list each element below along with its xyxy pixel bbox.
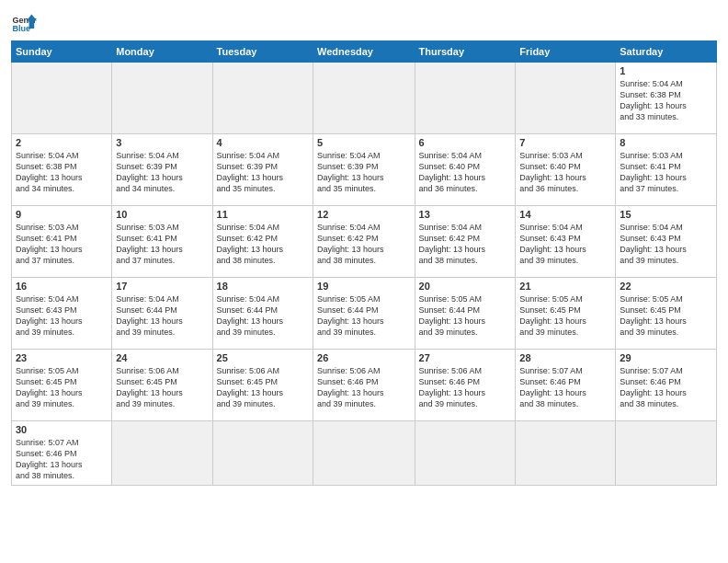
day-number: 20	[419, 281, 512, 292]
calendar-cell: 16Sunrise: 5:04 AMSunset: 6:43 PMDayligh…	[12, 278, 112, 350]
day-number: 25	[217, 352, 309, 363]
calendar-cell: 15Sunrise: 5:04 AMSunset: 6:43 PMDayligh…	[616, 206, 717, 278]
day-info: Sunrise: 5:04 AMSunset: 6:40 PMDaylight:…	[419, 150, 512, 195]
weekday-header-tuesday: Tuesday	[212, 41, 313, 63]
day-info: Sunrise: 5:04 AMSunset: 6:44 PMDaylight:…	[116, 293, 208, 339]
calendar-cell: 1Sunrise: 5:04 AMSunset: 6:38 PMDaylight…	[616, 63, 717, 134]
day-info: Sunrise: 5:04 AMSunset: 6:42 PMDaylight:…	[217, 222, 309, 267]
day-number: 23	[16, 352, 108, 363]
svg-text:Blue: Blue	[12, 24, 30, 33]
day-info: Sunrise: 5:06 AMSunset: 6:46 PMDaylight:…	[317, 365, 410, 410]
calendar-week-row: 16Sunrise: 5:04 AMSunset: 6:43 PMDayligh…	[12, 278, 717, 350]
calendar-cell: 26Sunrise: 5:06 AMSunset: 6:46 PMDayligh…	[313, 350, 415, 421]
day-info: Sunrise: 5:04 AMSunset: 6:39 PMDaylight:…	[116, 150, 208, 195]
day-info: Sunrise: 5:04 AMSunset: 6:38 PMDaylight:…	[620, 78, 712, 123]
day-info: Sunrise: 5:05 AMSunset: 6:44 PMDaylight:…	[419, 293, 512, 339]
day-number: 1	[620, 65, 712, 76]
weekday-header-thursday: Thursday	[415, 41, 516, 63]
day-number: 10	[116, 209, 208, 220]
day-number: 4	[217, 137, 309, 148]
weekday-header-wednesday: Wednesday	[313, 41, 415, 63]
calendar-cell: 10Sunrise: 5:03 AMSunset: 6:41 PMDayligh…	[112, 206, 212, 278]
calendar-cell: 8Sunrise: 5:03 AMSunset: 6:41 PMDaylight…	[616, 134, 717, 206]
calendar-week-row: 30Sunrise: 5:07 AMSunset: 6:46 PMDayligh…	[12, 421, 717, 486]
calendar-cell: 5Sunrise: 5:04 AMSunset: 6:39 PMDaylight…	[313, 134, 415, 206]
day-number: 13	[419, 209, 512, 220]
day-info: Sunrise: 5:06 AMSunset: 6:45 PMDaylight:…	[217, 365, 309, 410]
calendar-cell	[313, 421, 415, 486]
day-number: 17	[116, 281, 208, 292]
calendar-cell	[212, 63, 313, 134]
day-number: 8	[620, 137, 712, 148]
day-number: 11	[217, 209, 309, 220]
day-info: Sunrise: 5:03 AMSunset: 6:40 PMDaylight:…	[519, 150, 611, 195]
day-number: 19	[317, 281, 410, 292]
day-info: Sunrise: 5:04 AMSunset: 6:42 PMDaylight:…	[419, 222, 512, 267]
header: General Blue	[11, 9, 717, 35]
calendar-cell: 27Sunrise: 5:06 AMSunset: 6:46 PMDayligh…	[415, 350, 516, 421]
day-number: 27	[419, 352, 512, 363]
day-info: Sunrise: 5:05 AMSunset: 6:45 PMDaylight:…	[620, 293, 712, 339]
day-number: 5	[317, 137, 410, 148]
day-info: Sunrise: 5:04 AMSunset: 6:39 PMDaylight:…	[317, 150, 410, 195]
calendar-cell: 24Sunrise: 5:06 AMSunset: 6:45 PMDayligh…	[112, 350, 212, 421]
weekday-header-sunday: Sunday	[12, 41, 112, 63]
day-info: Sunrise: 5:04 AMSunset: 6:43 PMDaylight:…	[519, 222, 611, 267]
day-info: Sunrise: 5:05 AMSunset: 6:45 PMDaylight:…	[16, 365, 108, 410]
day-info: Sunrise: 5:04 AMSunset: 6:42 PMDaylight:…	[317, 222, 410, 267]
calendar-cell	[415, 63, 516, 134]
calendar-cell: 22Sunrise: 5:05 AMSunset: 6:45 PMDayligh…	[616, 278, 717, 350]
calendar-cell: 14Sunrise: 5:04 AMSunset: 6:43 PMDayligh…	[516, 206, 616, 278]
calendar-cell: 20Sunrise: 5:05 AMSunset: 6:44 PMDayligh…	[415, 278, 516, 350]
calendar-cell: 21Sunrise: 5:05 AMSunset: 6:45 PMDayligh…	[516, 278, 616, 350]
calendar-cell	[12, 63, 112, 134]
calendar-cell	[516, 63, 616, 134]
day-number: 14	[519, 209, 611, 220]
weekday-header-monday: Monday	[112, 41, 212, 63]
day-info: Sunrise: 5:04 AMSunset: 6:39 PMDaylight:…	[217, 150, 309, 195]
calendar-cell: 29Sunrise: 5:07 AMSunset: 6:46 PMDayligh…	[616, 350, 717, 421]
day-number: 30	[16, 424, 108, 435]
calendar-cell: 18Sunrise: 5:04 AMSunset: 6:44 PMDayligh…	[212, 278, 313, 350]
day-info: Sunrise: 5:06 AMSunset: 6:45 PMDaylight:…	[116, 365, 208, 410]
calendar-cell: 11Sunrise: 5:04 AMSunset: 6:42 PMDayligh…	[212, 206, 313, 278]
calendar-cell	[212, 421, 313, 486]
day-number: 26	[317, 352, 410, 363]
day-info: Sunrise: 5:04 AMSunset: 6:43 PMDaylight:…	[16, 293, 108, 339]
day-info: Sunrise: 5:05 AMSunset: 6:45 PMDaylight:…	[519, 293, 611, 339]
calendar-cell: 13Sunrise: 5:04 AMSunset: 6:42 PMDayligh…	[415, 206, 516, 278]
calendar-week-row: 2Sunrise: 5:04 AMSunset: 6:38 PMDaylight…	[12, 134, 717, 206]
day-number: 16	[16, 281, 108, 292]
day-info: Sunrise: 5:04 AMSunset: 6:38 PMDaylight:…	[16, 150, 108, 195]
calendar-cell: 7Sunrise: 5:03 AMSunset: 6:40 PMDaylight…	[516, 134, 616, 206]
calendar-cell	[516, 421, 616, 486]
weekday-header-saturday: Saturday	[616, 41, 717, 63]
calendar-cell: 25Sunrise: 5:06 AMSunset: 6:45 PMDayligh…	[212, 350, 313, 421]
calendar-cell: 6Sunrise: 5:04 AMSunset: 6:40 PMDaylight…	[415, 134, 516, 206]
weekday-header-friday: Friday	[516, 41, 616, 63]
calendar-cell	[112, 421, 212, 486]
day-number: 6	[419, 137, 512, 148]
day-info: Sunrise: 5:03 AMSunset: 6:41 PMDaylight:…	[116, 222, 208, 267]
calendar-cell: 17Sunrise: 5:04 AMSunset: 6:44 PMDayligh…	[112, 278, 212, 350]
calendar-table: SundayMondayTuesdayWednesdayThursdayFrid…	[11, 40, 717, 486]
calendar-cell: 2Sunrise: 5:04 AMSunset: 6:38 PMDaylight…	[12, 134, 112, 206]
day-number: 24	[116, 352, 208, 363]
calendar-cell: 9Sunrise: 5:03 AMSunset: 6:41 PMDaylight…	[12, 206, 112, 278]
day-info: Sunrise: 5:05 AMSunset: 6:44 PMDaylight:…	[317, 293, 410, 339]
calendar-cell: 4Sunrise: 5:04 AMSunset: 6:39 PMDaylight…	[212, 134, 313, 206]
day-info: Sunrise: 5:07 AMSunset: 6:46 PMDaylight:…	[16, 437, 108, 482]
calendar-cell: 23Sunrise: 5:05 AMSunset: 6:45 PMDayligh…	[12, 350, 112, 421]
calendar-cell: 12Sunrise: 5:04 AMSunset: 6:42 PMDayligh…	[313, 206, 415, 278]
day-info: Sunrise: 5:07 AMSunset: 6:46 PMDaylight:…	[519, 365, 611, 410]
day-number: 15	[620, 209, 712, 220]
day-number: 3	[116, 137, 208, 148]
day-number: 9	[16, 209, 108, 220]
day-number: 29	[620, 352, 712, 363]
calendar-cell: 30Sunrise: 5:07 AMSunset: 6:46 PMDayligh…	[12, 421, 112, 486]
day-number: 12	[317, 209, 410, 220]
calendar-cell	[616, 421, 717, 486]
calendar-cell: 19Sunrise: 5:05 AMSunset: 6:44 PMDayligh…	[313, 278, 415, 350]
calendar-cell	[415, 421, 516, 486]
calendar-cell	[112, 63, 212, 134]
